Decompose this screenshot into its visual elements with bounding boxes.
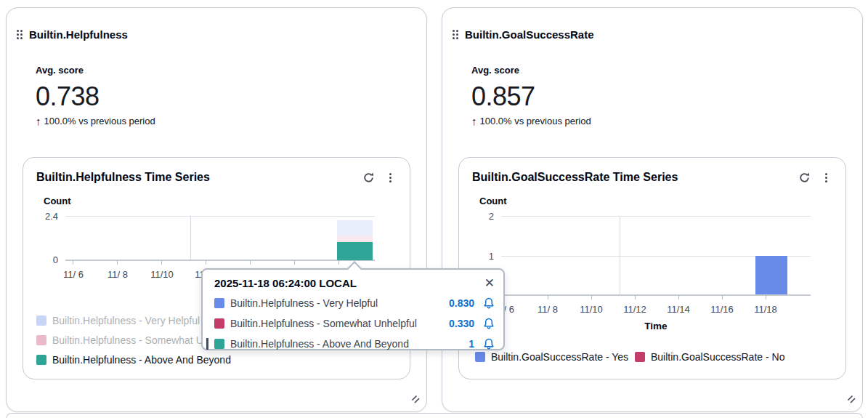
- x-axis-line: [65, 260, 375, 261]
- y-tick-label: 2.4: [23, 211, 58, 222]
- x-tick-label: 11/10: [146, 269, 178, 280]
- x-tick: [722, 295, 723, 300]
- x-tick: [117, 260, 118, 265]
- x-tick: [591, 295, 592, 300]
- widget-menu-button[interactable]: [818, 170, 834, 185]
- metric-trend: ↑ 100.0% vs previous period: [471, 115, 591, 127]
- x-tick: [678, 295, 679, 300]
- series-label: Builtin.Helpfulness - Somewhat Unhelpful: [230, 318, 442, 329]
- metric-summary: Avg. score 0.738 ↑ 100.0% vs previous pe…: [36, 65, 155, 127]
- close-icon[interactable]: ✕: [484, 277, 495, 289]
- metric-trend: ↑ 100.0% vs previous period: [36, 115, 155, 127]
- card-title: Builtin.GoalSuccessRate: [465, 28, 594, 41]
- x-tick: [766, 295, 766, 300]
- bell-icon[interactable]: [483, 318, 495, 330]
- x-tick-label: 11/10: [575, 304, 607, 315]
- x-tick: [294, 260, 295, 265]
- resize-icon: [410, 394, 421, 404]
- metric-value: 0.738: [36, 81, 155, 112]
- trend-up-arrow-icon: ↑: [36, 115, 41, 127]
- gridline: [501, 216, 811, 217]
- series-label: Builtin.Helpfulness - Very Helpful: [230, 297, 442, 309]
- bar-segment-above-and-beyond[interactable]: [337, 242, 373, 260]
- trend-up-arrow-icon: ↑: [471, 115, 477, 127]
- y-tick-label: 1: [459, 251, 494, 262]
- x-tick: [161, 260, 162, 265]
- resize-handle[interactable]: [410, 394, 421, 407]
- legend-item-above-and-beyond[interactable]: Builtin.Helpfulness - Above And Beyond: [36, 354, 231, 366]
- tooltip-row-very-helpful: Builtin.Helpfulness - Very Helpful 0.830: [203, 293, 503, 313]
- legend-swatch: [635, 352, 645, 362]
- legend-swatch: [36, 335, 46, 345]
- vertical-ellipsis-icon: [825, 173, 827, 182]
- hovered-series-indicator: [206, 338, 208, 350]
- y-axis-title: Count: [44, 196, 71, 206]
- drag-handle-icon[interactable]: [453, 30, 458, 39]
- refresh-icon: [362, 172, 375, 184]
- goal-success-chart-panel: Builtin.GoalSuccessRate Time Series Coun…: [458, 157, 846, 379]
- x-tick-label: 11/ 6: [57, 269, 89, 280]
- y-tick-label: 0: [23, 254, 58, 265]
- bar-segment-somewhat-unhelpful[interactable]: [337, 236, 373, 242]
- legend-label: Builtin.Helpfulness - Very Helpful: [52, 315, 200, 326]
- widget-menu-button[interactable]: [382, 170, 398, 185]
- legend-label: Builtin.GoalSuccessRate - Yes: [491, 351, 628, 363]
- x-tick: [338, 260, 339, 265]
- x-axis-title: Time: [501, 321, 811, 331]
- card-header: Builtin.GoalSuccessRate: [453, 28, 594, 41]
- x-tick: [73, 260, 73, 265]
- x-tick: [206, 260, 206, 265]
- legend-swatch: [36, 355, 46, 365]
- card-title: Builtin.Helpfulness: [29, 28, 128, 41]
- refresh-icon: [798, 172, 811, 184]
- chart-title: Builtin.GoalSuccessRate Time Series: [472, 171, 678, 184]
- next-row-card-edge: [6, 413, 863, 418]
- tooltip-timestamp: 2025-11-18 06:24:00 LOCAL: [214, 277, 357, 289]
- gridline-vertical: [190, 216, 191, 260]
- bar-goal-success-yes[interactable]: [755, 256, 787, 294]
- vertical-ellipsis-icon: [389, 173, 392, 182]
- drag-handle-icon[interactable]: [17, 30, 23, 39]
- x-tick-label: 11/16: [706, 304, 738, 315]
- gridline: [65, 216, 375, 217]
- card-goal-success-rate: Builtin.GoalSuccessRate Avg. score 0.857…: [442, 7, 863, 412]
- x-tick-label: 11/14: [662, 304, 694, 315]
- x-tick: [635, 295, 636, 300]
- refresh-button[interactable]: [796, 170, 812, 185]
- x-tick-label: 11/ 8: [102, 269, 134, 280]
- legend-swatch: [36, 315, 46, 326]
- series-swatch: [214, 298, 224, 308]
- x-tick-label: 11/18: [750, 304, 782, 315]
- metric-summary: Avg. score 0.857 ↑ 100.0% vs previous pe…: [471, 65, 591, 127]
- series-swatch: [214, 339, 224, 349]
- x-tick: [250, 260, 251, 265]
- gridline-vertical: [620, 216, 620, 295]
- legend-label: Builtin.GoalSuccessRate - No: [651, 351, 784, 363]
- bell-icon[interactable]: [483, 338, 495, 350]
- y-axis-title: Count: [479, 196, 507, 206]
- resize-handle[interactable]: [846, 394, 856, 407]
- refresh-button[interactable]: [360, 170, 376, 185]
- legend-item-no[interactable]: Builtin.GoalSuccessRate - No: [635, 351, 784, 363]
- series-value: 1: [442, 338, 474, 350]
- tooltip-row-above-and-beyond: Builtin.Helpfulness - Above And Beyond 1: [203, 334, 503, 354]
- trend-text: 100.0% vs previous period: [44, 116, 155, 126]
- tooltip-row-somewhat-unhelpful: Builtin.Helpfulness - Somewhat Unhelpful…: [203, 313, 503, 334]
- resize-icon: [846, 394, 856, 404]
- legend-label: Builtin.Helpfulness - Above And Beyond: [52, 354, 231, 366]
- y-tick-label: 2: [459, 211, 494, 222]
- bar-segment-very-helpful[interactable]: [337, 220, 373, 236]
- chart-title: Builtin.Helpfulness Time Series: [36, 171, 210, 184]
- series-label: Builtin.Helpfulness - Above And Beyond: [230, 338, 442, 350]
- metric-label: Avg. score: [471, 65, 591, 76]
- series-value: 0.830: [442, 297, 474, 309]
- x-tick: [548, 295, 548, 300]
- series-swatch: [214, 318, 224, 329]
- metric-label: Avg. score: [36, 65, 155, 76]
- legend-item-very-helpful[interactable]: Builtin.Helpfulness - Very Helpful: [36, 315, 200, 326]
- card-header: Builtin.Helpfulness: [17, 28, 128, 41]
- series-value: 0.330: [442, 318, 474, 329]
- metrics-dashboard: Builtin.Helpfulness Avg. score 0.738 ↑ 1…: [0, 0, 868, 418]
- x-tick-label: 11/ 8: [532, 304, 564, 315]
- bell-icon[interactable]: [483, 297, 495, 310]
